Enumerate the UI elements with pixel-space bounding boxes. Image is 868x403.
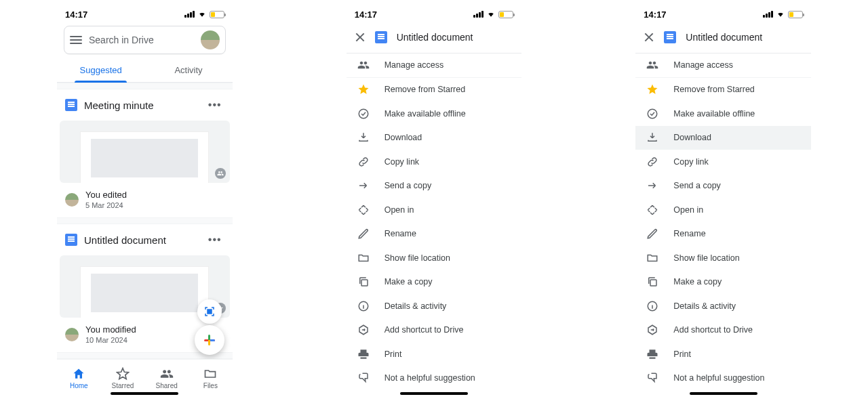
menu-item-not-helpful[interactable]: Not a helpful suggestion <box>347 366 522 391</box>
menu-item-copy-link[interactable]: Copy link <box>347 150 522 174</box>
file-card-header[interactable]: Untitled document ••• <box>57 224 233 255</box>
menu-label: Show file location <box>384 253 450 263</box>
add-shortcut-icon <box>646 324 658 336</box>
file-card-header[interactable]: Meeting minute ••• <box>57 89 233 121</box>
tab-activity[interactable]: Activity <box>144 58 232 82</box>
close-button[interactable] <box>355 32 366 43</box>
sheet-header: Untitled document <box>635 22 811 54</box>
menu-item-copy-link[interactable]: Copy link <box>635 150 811 174</box>
home-indicator <box>111 392 178 395</box>
menu-label: Copy link <box>673 157 708 167</box>
tabs: Suggested Activity <box>57 58 233 83</box>
menu-item-print[interactable]: Print <box>347 342 522 366</box>
menu-item-send-copy[interactable]: Send a copy <box>347 174 522 198</box>
manage-access-icon <box>357 59 370 71</box>
open-in-icon <box>357 204 370 216</box>
meta-action: You modified <box>85 324 136 335</box>
menu-item-make-offline[interactable]: Make available offline <box>635 102 811 126</box>
menu-item-open-in[interactable]: Open in <box>635 198 811 222</box>
sheet-header: Untitled document <box>347 22 522 54</box>
signal-icon <box>473 11 484 18</box>
print-icon <box>646 348 658 360</box>
home-indicator <box>400 392 468 395</box>
menu-item-make-offline[interactable]: Make available offline <box>347 102 522 126</box>
menu-label: Make available offline <box>673 109 755 119</box>
details-activity-icon <box>646 300 658 312</box>
wifi-icon <box>197 11 207 18</box>
file-title: Meeting minute <box>84 100 199 111</box>
signal-icon <box>184 11 195 18</box>
scan-fab[interactable] <box>197 299 222 324</box>
status-bar: 14:17 <box>635 7 811 22</box>
menu-item-show-file-location[interactable]: Show file location <box>347 246 522 270</box>
menu-item-remove-starred[interactable]: Remove from Starred <box>635 78 811 102</box>
battery-icon <box>498 11 513 18</box>
menu-list[interactable]: Manage accessRemove from StarredMake ava… <box>347 54 522 397</box>
show-file-location-icon <box>646 252 658 264</box>
menu-label: Add shortcut to Drive <box>673 325 753 335</box>
menu-label: Open in <box>384 205 414 215</box>
new-fab[interactable] <box>195 325 224 355</box>
make-offline-icon <box>357 108 370 120</box>
manage-access-icon <box>646 59 658 71</box>
not-helpful-icon <box>357 372 370 384</box>
editor-avatar <box>65 328 79 341</box>
status-time: 14:17 <box>644 9 666 20</box>
menu-item-send-copy[interactable]: Send a copy <box>635 174 811 198</box>
menu-list[interactable]: Manage accessRemove from StarredMake ava… <box>635 54 811 397</box>
menu-item-rename[interactable]: Rename <box>347 222 522 247</box>
menu-item-make-copy[interactable]: Make a copy <box>347 270 522 295</box>
nav-files[interactable]: Files <box>189 360 233 397</box>
menu-item-print[interactable]: Print <box>635 342 811 366</box>
menu-label: Details & activity <box>673 301 736 311</box>
file-thumbnail[interactable] <box>60 121 230 183</box>
menu-label: Manage access <box>673 60 733 70</box>
nav-shared[interactable]: Shared <box>144 360 189 397</box>
more-button[interactable]: ••• <box>205 231 224 249</box>
menu-label: Remove from Starred <box>673 85 754 94</box>
battery-icon <box>210 11 224 18</box>
account-avatar[interactable] <box>201 30 220 49</box>
menu-label: Download <box>673 133 711 142</box>
shared-badge-icon <box>215 168 226 179</box>
menu-item-make-copy[interactable]: Make a copy <box>635 270 811 295</box>
wifi-icon <box>776 11 785 18</box>
menu-icon[interactable] <box>70 36 82 44</box>
nav-home[interactable]: Home <box>57 360 101 397</box>
menu-label: Not a helpful suggestion <box>673 373 764 383</box>
menu-item-add-shortcut[interactable]: Add shortcut to Drive <box>347 318 522 343</box>
signal-icon <box>763 11 773 18</box>
close-button[interactable] <box>644 32 654 43</box>
menu-item-manage-access[interactable]: Manage access <box>635 54 811 78</box>
meta-date: 10 Mar 2024 <box>85 336 136 344</box>
file-title: Untitled document <box>84 234 199 246</box>
sheet-title: Untitled document <box>397 32 473 43</box>
menu-item-show-file-location[interactable]: Show file location <box>635 246 811 270</box>
menu-item-remove-starred[interactable]: Remove from Starred <box>347 78 522 102</box>
more-button[interactable]: ••• <box>205 96 224 114</box>
menu-item-download[interactable]: Download <box>347 126 522 150</box>
remove-starred-icon <box>646 83 658 96</box>
tab-suggested[interactable]: Suggested <box>57 58 144 82</box>
menu-label: Copy link <box>384 157 419 167</box>
menu-item-add-shortcut[interactable]: Add shortcut to Drive <box>635 318 811 343</box>
menu-item-download[interactable]: Download <box>635 126 811 150</box>
menu-item-manage-access[interactable]: Manage access <box>347 54 522 78</box>
nav-starred[interactable]: Starred <box>101 360 145 397</box>
search-input[interactable]: Search in Drive <box>89 35 194 45</box>
menu-label: Open in <box>673 205 703 215</box>
make-offline-icon <box>646 108 658 120</box>
docs-icon <box>664 31 676 43</box>
menu-item-rename[interactable]: Rename <box>635 222 811 247</box>
docs-icon <box>65 99 77 111</box>
menu-item-details-activity[interactable]: Details & activity <box>347 294 522 318</box>
send-copy-icon <box>646 179 658 192</box>
add-shortcut-icon <box>357 324 370 336</box>
menu-item-open-in[interactable]: Open in <box>347 198 522 222</box>
menu-label: Show file location <box>673 253 739 263</box>
menu-label: Make a copy <box>673 277 722 287</box>
menu-item-not-helpful[interactable]: Not a helpful suggestion <box>635 366 811 391</box>
menu-item-details-activity[interactable]: Details & activity <box>635 294 811 318</box>
rename-icon <box>357 228 370 240</box>
search-bar[interactable]: Search in Drive <box>64 26 226 54</box>
